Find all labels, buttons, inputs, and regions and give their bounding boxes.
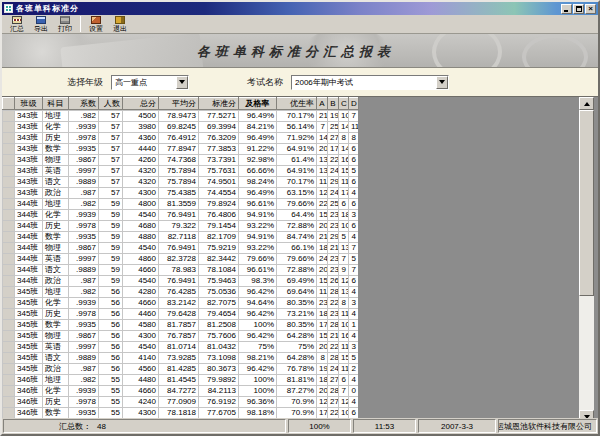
grade-select-label: 选择年级 — [67, 76, 103, 89]
row-selector[interactable] — [3, 177, 15, 188]
cell: 23 — [317, 298, 328, 309]
cell: 100% — [239, 375, 277, 386]
row-selector[interactable] — [3, 331, 15, 342]
col-total[interactable]: 总分 — [123, 98, 159, 110]
cell: 56 — [99, 309, 123, 320]
row-selector[interactable] — [3, 375, 15, 386]
summarize-button[interactable]: 汇总 — [5, 15, 29, 33]
table-row[interactable]: 345班英语.999756454081.071481.043275%75%202… — [3, 342, 359, 353]
row-selector[interactable] — [3, 342, 15, 353]
row-selector[interactable] — [3, 386, 15, 397]
table-row[interactable]: 344班语文.988959466078.98378.108496.61%72.8… — [3, 265, 359, 276]
export-button[interactable]: 导出 — [29, 15, 53, 33]
grade-dropdown-button[interactable] — [176, 76, 188, 89]
scrollbar-thumb[interactable] — [579, 110, 594, 296]
exam-select[interactable]: 2006年期中考试 — [291, 75, 449, 90]
row-selector[interactable] — [3, 397, 15, 408]
row-selector[interactable] — [3, 298, 15, 309]
minimize-button[interactable] — [561, 4, 572, 14]
cell: 74.9501 — [199, 177, 239, 188]
settings-button[interactable]: 设置 — [84, 15, 108, 33]
row-selector[interactable] — [3, 309, 15, 320]
table-row[interactable]: 343班数学.993557444077.894777.385391.22%64.… — [3, 144, 359, 155]
table-row[interactable]: 345班历史.997856446079.642879.465496.42%73.… — [3, 309, 359, 320]
col-a[interactable]: A — [317, 98, 328, 110]
col-standard[interactable]: 标准分 — [199, 98, 239, 110]
vertical-scrollbar[interactable] — [579, 97, 594, 422]
scroll-up-button[interactable] — [579, 97, 594, 110]
table-row[interactable]: 343班化学.993957398069.824569.399484.21%56.… — [3, 122, 359, 133]
table-row[interactable]: 343班政治.98757430075.438574.455496.49%63.1… — [3, 188, 359, 199]
grade-select[interactable]: 高一重点 — [111, 75, 189, 90]
row-selector[interactable] — [3, 243, 15, 254]
table-row[interactable]: 346班数学.993555430078.181877.670598.18%70.… — [3, 408, 359, 419]
col-d[interactable]: D — [349, 98, 359, 110]
table-row[interactable]: 343班语文.988957432075.789474.950198.24%70.… — [3, 177, 359, 188]
restore-button[interactable] — [573, 4, 584, 14]
selector-header — [3, 98, 15, 110]
table-row[interactable]: 344班物理.986759454076.949175.921993.22%66.… — [3, 243, 359, 254]
table-row[interactable]: 344班英语.999759486082.372882.344279.66%79.… — [3, 254, 359, 265]
row-selector[interactable] — [3, 122, 15, 133]
table-row[interactable]: 344班历史.997859468079.32279.145493.22%72.8… — [3, 221, 359, 232]
row-selector[interactable] — [3, 408, 15, 419]
table-row[interactable]: 344班地理.98259480081.355979.892496.61%79.6… — [3, 199, 359, 210]
row-selector[interactable] — [3, 166, 15, 177]
row-selector[interactable] — [3, 265, 15, 276]
row-selector[interactable] — [3, 155, 15, 166]
row-selector[interactable] — [3, 232, 15, 243]
table-row[interactable]: 344班数学.993559488082.711882.170994.91%84.… — [3, 232, 359, 243]
col-count[interactable]: 人数 — [99, 98, 123, 110]
cell: 4660 — [123, 386, 159, 397]
exit-button[interactable]: 退出 — [108, 15, 132, 33]
col-subject[interactable]: 科目 — [43, 98, 69, 110]
table-row[interactable]: 346班地理.98255448081.454579.9892100%81.81%… — [3, 375, 359, 386]
exam-dropdown-button[interactable] — [436, 76, 448, 89]
col-coefficient[interactable]: 系数 — [69, 98, 99, 110]
table-row[interactable]: 343班英语.999757432075.789475.763166.66%64.… — [3, 166, 359, 177]
row-selector[interactable] — [3, 133, 15, 144]
table-row[interactable]: 344班政治.98759454076.949175.946398.3%69.49… — [3, 276, 359, 287]
table-row[interactable]: 345班地理.98256428076.428575.053696.42%69.6… — [3, 287, 359, 298]
row-selector[interactable] — [3, 320, 15, 331]
table-row[interactable]: 345班数学.993556458081.785781.2508100%80.35… — [3, 320, 359, 331]
cell: 15 — [339, 166, 349, 177]
row-selector[interactable] — [3, 188, 15, 199]
row-selector[interactable] — [3, 353, 15, 364]
chevron-down-icon — [179, 80, 185, 84]
cell: 18 — [317, 309, 328, 320]
table-row[interactable]: 345班语文.988956414073.928573.109898.21%64.… — [3, 353, 359, 364]
col-class[interactable]: 班级 — [15, 98, 43, 110]
table-row[interactable]: 345班政治.98756456081.428580.367396.42%76.7… — [3, 364, 359, 375]
row-selector[interactable] — [3, 199, 15, 210]
row-selector[interactable] — [3, 276, 15, 287]
table-row[interactable]: 345班物理.986756430076.785775.760696.42%64.… — [3, 331, 359, 342]
col-excellent-rate[interactable]: 优生率 — [277, 98, 317, 110]
col-average[interactable]: 平均分 — [159, 98, 199, 110]
row-selector[interactable] — [3, 144, 15, 155]
row-selector[interactable] — [3, 221, 15, 232]
row-selector[interactable] — [3, 287, 15, 298]
row-selector[interactable] — [3, 364, 15, 375]
table-row[interactable]: 346班化学.993955466084.727284.2113100%87.27… — [3, 386, 359, 397]
cell: 81.7857 — [159, 320, 199, 331]
table-row[interactable]: 343班地理.98257450078.947377.527196.49%70.1… — [3, 111, 359, 122]
close-button[interactable]: × — [585, 4, 596, 14]
table-row[interactable]: 344班化学.993959454076.949176.480694.91%64.… — [3, 210, 359, 221]
cell: 96.49% — [239, 111, 277, 122]
table-row[interactable]: 343班物理.986757426074.736873.739192.98%61.… — [3, 155, 359, 166]
table-row[interactable]: 346班历史.997855424077.090976.919296.36%70.… — [3, 397, 359, 408]
row-selector[interactable] — [3, 254, 15, 265]
print-button[interactable]: 打印 — [53, 15, 77, 33]
status-company: 运城恩池软件科技有限公司 — [498, 419, 597, 433]
cell: 3 — [349, 210, 359, 221]
table-row[interactable]: 343班历史.997857436076.491276.320996.49%71.… — [3, 133, 359, 144]
status-time: 11:53 — [353, 419, 416, 433]
col-pass-rate[interactable]: 及格率 — [239, 98, 277, 110]
col-b[interactable]: B — [328, 98, 339, 110]
table-row[interactable]: 345班化学.993956466083.214282.707594.64%80.… — [3, 298, 359, 309]
row-selector[interactable] — [3, 111, 15, 122]
cell: 55 — [99, 375, 123, 386]
row-selector[interactable] — [3, 210, 15, 221]
col-c[interactable]: C — [339, 98, 349, 110]
